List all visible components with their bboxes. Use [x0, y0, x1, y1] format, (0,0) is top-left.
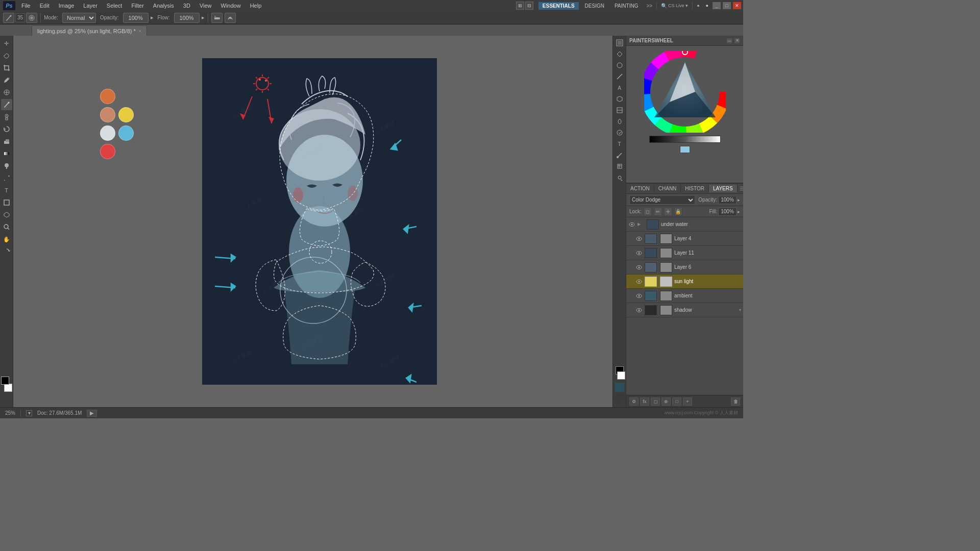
layer-vis-shadow[interactable] [635, 307, 643, 314]
menu-analysis[interactable]: Analysis [149, 2, 178, 10]
right-tool-6[interactable] [615, 94, 625, 104]
opacity-input[interactable] [123, 13, 149, 23]
status-nav-btn[interactable]: ▶ [87, 410, 97, 417]
right-tool-9[interactable] [615, 128, 625, 138]
tab-action[interactable]: ACTION [626, 185, 654, 192]
tab-channels[interactable]: CHANN [654, 185, 681, 192]
menu-filter[interactable]: Filter [127, 2, 148, 10]
clone-tool-btn[interactable] [1, 111, 12, 122]
layers-panel-expand-btn[interactable]: ☰ [740, 186, 743, 191]
layer-expand-under-water[interactable]: ▶ [638, 222, 645, 227]
brush-btn[interactable] [3, 13, 14, 23]
layer-item-sun-light[interactable]: sun light [626, 274, 743, 289]
layer-item-layer4[interactable]: Layer 4 [626, 232, 743, 246]
crop-tool-btn[interactable] [1, 62, 12, 73]
menu-edit[interactable]: Edit [36, 2, 54, 10]
gradient-tool-btn[interactable] [1, 148, 12, 159]
swatch-orange[interactable] [100, 89, 115, 104]
secondary-color-block[interactable] [615, 394, 624, 403]
right-tool-13[interactable] [615, 172, 625, 183]
menu-select[interactable]: Select [103, 2, 127, 10]
color-wheel-area[interactable] [644, 51, 726, 133]
flow-input[interactable] [174, 13, 200, 23]
shape-tool-btn[interactable] [1, 197, 12, 208]
fg-bg-colors[interactable] [1, 377, 12, 392]
layer-item-layer6[interactable]: Layer 6 [626, 260, 743, 274]
layer-item-layer11[interactable]: Layer 11 [626, 246, 743, 260]
layer-style-btn[interactable]: fx [640, 397, 649, 406]
tab-layers[interactable]: LAYERS [709, 185, 738, 192]
blend-mode-select[interactable]: Color Dodge [629, 195, 695, 205]
brush-picker-btn[interactable] [26, 13, 37, 23]
swatch-yellow[interactable] [118, 107, 134, 122]
menu-view[interactable]: View [195, 2, 216, 10]
search-area[interactable]: 🔍 CS Live ▾ [659, 3, 690, 9]
gradient-bar[interactable] [649, 136, 721, 143]
layer-vis-under-water[interactable] [628, 221, 635, 228]
zoom-tool-btn[interactable] [1, 221, 12, 233]
menu-window[interactable]: Window [217, 2, 245, 10]
painters-wheel-close-btn[interactable]: ✕ [734, 38, 740, 44]
lock-image-btn[interactable]: ✏ [654, 208, 662, 216]
hand-tool-btn[interactable]: ✋ [1, 234, 12, 245]
lock-all-btn[interactable]: 🔒 [674, 208, 682, 216]
layer-vis-sun-light[interactable] [635, 278, 643, 285]
right-tool-7[interactable] [615, 105, 625, 115]
layer-mask-btn[interactable]: ◻ [651, 397, 660, 406]
move-tool-btn[interactable]: ✛ [1, 38, 12, 49]
right-tool-2[interactable] [615, 49, 625, 59]
layer-vis-layer4[interactable] [635, 235, 643, 242]
layer-group-btn[interactable]: □ [672, 397, 681, 406]
menu-layer[interactable]: Layer [79, 2, 102, 10]
right-tool-4[interactable] [615, 71, 625, 82]
mode-select[interactable]: Normal [62, 13, 96, 23]
workspace-painting-btn[interactable]: PAINTING [610, 2, 642, 10]
opacity-arrow[interactable]: ▸ [738, 197, 740, 203]
opacity-input-layers[interactable] [718, 196, 737, 204]
menu-image[interactable]: Image [55, 2, 79, 10]
swatch-skin[interactable] [100, 107, 115, 122]
layer-adj-btn[interactable]: ⊕ [662, 397, 671, 406]
delete-layer-btn[interactable]: 🗑 [731, 397, 740, 406]
workspace-essentials-btn[interactable]: ESSENTIALS [538, 2, 579, 10]
background-color[interactable] [4, 384, 12, 392]
lock-position-btn[interactable]: ✛ [664, 208, 672, 216]
tab-close-btn[interactable]: × [139, 29, 141, 34]
rotate-tool-btn[interactable] [1, 246, 12, 257]
3d-tool-btn[interactable] [1, 209, 12, 220]
workspace-more-btn[interactable]: >> [644, 2, 654, 10]
layer-item-under-water[interactable]: ▶ under water [626, 217, 743, 232]
history-tool-btn[interactable] [1, 123, 12, 135]
lock-transparent-btn[interactable]: ◻ [644, 208, 652, 216]
tablet-pressure-btn[interactable] [225, 13, 236, 23]
minimize-btn[interactable]: _ [713, 2, 721, 9]
panel-toggle-btn[interactable]: ⊞ [516, 2, 524, 10]
right-tool-10[interactable]: T [615, 139, 625, 149]
menu-3d[interactable]: 3D [179, 2, 194, 10]
tab-history[interactable]: HISTOR [681, 185, 709, 192]
fill-arrow[interactable]: ▸ [738, 209, 740, 214]
text-tool-btn[interactable]: T [1, 185, 12, 196]
screen-mode-btn[interactable]: ⊟ [525, 2, 533, 10]
layer-vis-layer11[interactable] [635, 249, 643, 257]
dodge-tool-btn[interactable] [1, 160, 12, 171]
close-btn[interactable]: ✕ [733, 2, 741, 9]
lasso-tool-btn[interactable] [1, 50, 12, 61]
swatch-red[interactable] [100, 144, 115, 159]
swatch-light[interactable] [100, 126, 115, 141]
zoom-menu-btn[interactable]: ▾ [26, 410, 32, 416]
document-tab[interactable]: lighting.psd @ 25% (sun light, RGB/8) * … [32, 26, 147, 36]
layer-item-ambient[interactable]: ambient [626, 289, 743, 303]
brush-size-input[interactable]: 35 [15, 13, 25, 22]
pen-tool-btn[interactable] [1, 172, 12, 184]
swatch-cyan[interactable] [118, 126, 134, 141]
layer-expand-shadow[interactable]: ▾ [739, 308, 741, 312]
workspace-design-btn[interactable]: DESIGN [581, 2, 608, 10]
right-tool-1[interactable] [615, 38, 625, 48]
right-tool-12[interactable] [615, 161, 625, 171]
eyedropper-tool-btn[interactable] [1, 74, 12, 86]
right-tool-3[interactable] [615, 60, 625, 70]
new-layer-btn[interactable]: + [683, 397, 692, 406]
menu-file[interactable]: File [17, 2, 35, 10]
foreground-color[interactable] [1, 377, 9, 385]
